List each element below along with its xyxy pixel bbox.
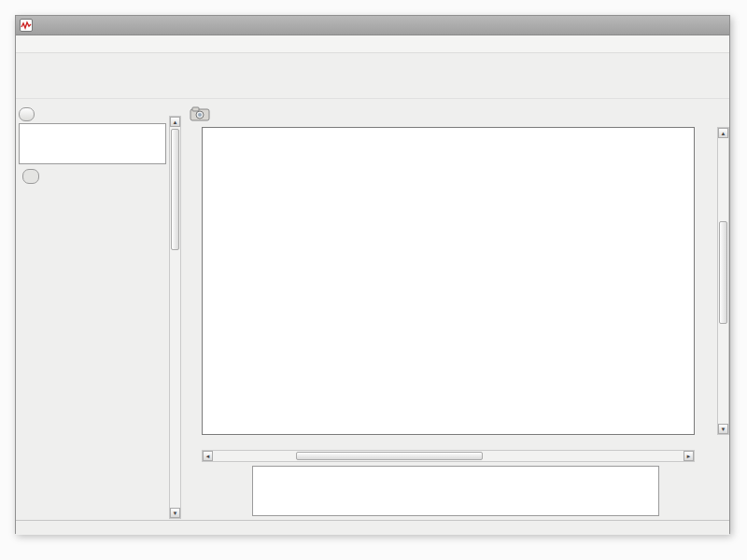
chart-scroll-right-icon[interactable]: ►: [684, 451, 694, 461]
scroll-down-icon[interactable]: ▼: [170, 508, 180, 518]
legend-row: [182, 462, 729, 520]
capture-icon: [190, 106, 210, 125]
chart-horizontal-scrollbar[interactable]: ◄ ►: [202, 450, 695, 462]
app-icon: [20, 19, 33, 32]
chart-vscroll-thumb[interactable]: [719, 221, 727, 324]
graph-toolbar: [182, 99, 729, 125]
measurement-notes-input[interactable]: [19, 123, 166, 164]
chart-scroll-left-icon[interactable]: ◄: [203, 451, 213, 461]
plot-region[interactable]: [202, 127, 695, 435]
chart-scroll-down-icon[interactable]: ▼: [718, 424, 728, 434]
sidebar-scrollbar[interactable]: ▲ ▼: [169, 116, 181, 519]
graph-panel: ▲ ▼ ◄ ►: [182, 99, 729, 520]
scroll-up-icon[interactable]: ▲: [170, 117, 180, 127]
app-window: ▲ ▼ ▲ ▼: [15, 15, 730, 534]
change-cal-button-disabled[interactable]: [22, 169, 39, 184]
chart-hscroll-thumb[interactable]: [296, 452, 483, 460]
title-bar[interactable]: [16, 16, 729, 35]
chart-area: ▲ ▼: [182, 127, 729, 437]
collapse-sidebar-button[interactable]: [19, 107, 35, 121]
chart-vertical-scrollbar[interactable]: ▲ ▼: [717, 127, 729, 435]
chart-scroll-up-icon[interactable]: ▲: [718, 128, 728, 138]
capture-button[interactable]: [184, 106, 216, 125]
legend-panel: [252, 466, 659, 516]
menu-bar: [16, 35, 729, 53]
main-area: ▲ ▼ ▲ ▼: [16, 99, 729, 520]
toolbar: [16, 53, 729, 99]
x-axis-ticks: [182, 437, 729, 450]
sidebar-scroll-thumb[interactable]: [171, 129, 179, 250]
status-bar: [16, 520, 729, 535]
measurement-sidebar: ▲ ▼: [16, 99, 182, 520]
